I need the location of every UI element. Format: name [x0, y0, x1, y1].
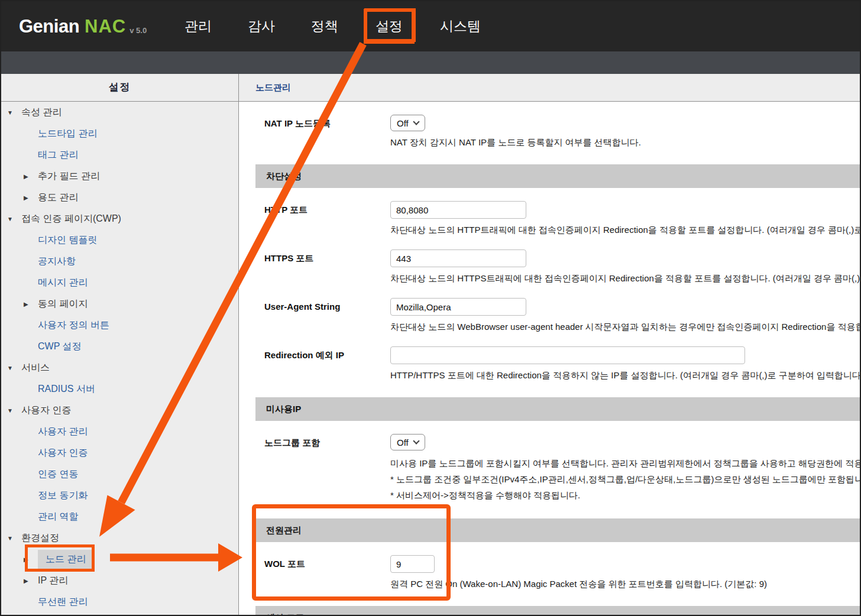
redirection-exception-ip-input[interactable]: [390, 346, 745, 364]
nat-ip-node-register-help-line: NAT 장치 감지시 NAT IP를 노드로 등록할지 여부를 선택합니다.: [390, 136, 860, 149]
nav-item-4[interactable]: 시스템: [429, 10, 491, 43]
http-port-help: 차단대상 노드의 HTTP트래픽에 대한 접속인증페이지 Redirection…: [390, 223, 860, 236]
sidebar-item: 사용자 정의 버튼: [1, 315, 238, 336]
sidebar-item-label[interactable]: 접속 인증 페이지(CWP): [21, 213, 121, 225]
sidebar-item-label[interactable]: 인증 연동: [38, 468, 78, 481]
sidebar-item-label[interactable]: 노드 관리: [38, 550, 93, 569]
sidebar-item: 무선랜 관리: [1, 591, 238, 612]
wol-port-input[interactable]: [390, 555, 435, 573]
tree-collapse-icon[interactable]: ▼: [7, 407, 21, 414]
tree-expand-icon[interactable]: ▶: [24, 578, 38, 584]
nat-ip-node-register-row: NAT IP 노드등록OffNAT 장치 감지시 NAT IP를 노드로 등록할…: [264, 115, 860, 149]
sidebar-item-label[interactable]: 사용자 인증: [21, 404, 71, 417]
sidebar-item: ▶추가 필드 관리: [1, 166, 238, 187]
user-agent-string-label: User-Agent String: [264, 298, 390, 333]
redirection-exception-ip-row: Redirection 예외 IPHTTP/HTTPS 포트에 대한 Redir…: [264, 346, 860, 382]
node-group-include-help-line: * 서비스제어->정책적용을 수행해야 적용됩니다.: [390, 487, 860, 503]
sidebar-item-label[interactable]: 관리 역할: [38, 511, 78, 523]
https-port-row: HTTPS 포트차단대상 노드의 HTTPS트래픽에 대한 접속인증페이지 Re…: [264, 249, 860, 285]
sidebar-item-label[interactable]: 사용자 인증: [38, 447, 88, 459]
tree-expand-icon[interactable]: ▶: [24, 301, 38, 307]
http-port-label: HTTP 포트: [264, 201, 390, 236]
tree-expand-icon[interactable]: ▶: [24, 173, 38, 180]
redirection-exception-ip-help-line: HTTP/HTTPS 포트에 대한 Redirection을 적용하지 않는 I…: [390, 369, 860, 382]
node-group-include-help-line: 미사용 IP를 노드그룹에 포함시킬지 여부를 선택합니다. 관리자 관리범위제…: [390, 455, 860, 471]
tree-collapse-icon[interactable]: ▼: [7, 365, 21, 371]
user-agent-string-input[interactable]: [390, 298, 526, 316]
tree-collapse-icon[interactable]: ▼: [7, 535, 21, 542]
nat-ip-node-register-control-area: OffNAT 장치 감지시 NAT IP를 노드로 등록할지 여부를 선택합니다…: [390, 115, 860, 149]
sidebar-item-label[interactable]: 동의 페이지: [38, 298, 88, 310]
sidebar-item: 인증 연동: [1, 463, 238, 485]
http-port-input[interactable]: [390, 201, 526, 219]
nav-item-0[interactable]: 관리: [174, 10, 222, 43]
tree-collapse-icon[interactable]: ▼: [7, 109, 21, 116]
sidebar-item-label[interactable]: 메시지 관리: [38, 277, 88, 289]
logo-genian: Genian: [19, 16, 79, 37]
http-port-control-area: 차단대상 노드의 HTTP트래픽에 대한 접속인증페이지 Redirection…: [390, 201, 860, 236]
sidebar-item-label[interactable]: IP 관리: [38, 575, 68, 587]
sidebar-item-label[interactable]: 환경설정: [21, 532, 59, 544]
nat-ip-node-register-select-value: Off: [397, 118, 409, 128]
sidebar-item-label[interactable]: 사용자 관리: [38, 426, 88, 438]
main-layout: 설정 ▼속성 관리노드타입 관리태그 관리▶추가 필드 관리▶용도 관리▼접속 …: [1, 74, 860, 616]
sidebar-item-label[interactable]: 사용자 정의 버튼: [38, 319, 109, 332]
block-settings-section: 차단설정: [255, 164, 860, 188]
sidebar-item-label[interactable]: CWP 설정: [38, 341, 81, 353]
nat-ip-node-register-select[interactable]: Off: [390, 115, 425, 131]
sidebar-item: ▼환경설정: [1, 527, 238, 549]
sidebar-item: 공지사항: [1, 251, 238, 272]
sidebar-item-label[interactable]: 속성 관리: [21, 106, 62, 119]
sidebar-item: 메시지 관리: [1, 272, 238, 293]
nat-ip-node-register-label: NAT IP 노드등록: [264, 115, 390, 149]
sidebar-item: ▶노드 관리: [1, 549, 238, 570]
sidebar-item: ▼사용자 인증: [1, 400, 238, 421]
logo-nac: NAC: [85, 16, 126, 37]
sidebar-item-label[interactable]: 서비스: [21, 362, 50, 374]
tree-collapse-icon[interactable]: ▼: [7, 216, 21, 222]
node-group-include-select[interactable]: Off: [390, 434, 425, 450]
nav-item-3[interactable]: 설정: [364, 9, 415, 44]
nav-item-2[interactable]: 정책: [300, 10, 349, 43]
user-agent-string-control-area: 차단대상 노드의 WebBrowser user-agent header 시작…: [390, 298, 860, 333]
tree-expand-icon[interactable]: ▶: [24, 194, 38, 201]
nav-menu: 관리감사정책설정시스템: [174, 1, 491, 51]
sidebar-item: CWP 설정: [1, 336, 238, 357]
node-group-include-row: 노드그룹 포함Off미사용 IP를 노드그룹에 포함시킬지 여부를 선택합니다.…: [264, 434, 860, 503]
sidebar-item: RADIUS 서버: [1, 378, 238, 400]
sidebar-item-label[interactable]: 노드타입 관리: [38, 128, 97, 140]
settings-form: NAT IP 노드등록OffNAT 장치 감지시 NAT IP를 노드로 등록할…: [239, 115, 860, 616]
sidebar-item: ▼속성 관리: [1, 102, 238, 123]
wol-port-control-area: 원격 PC 전원 On (Wake-on-LAN) Magic Packet 전…: [390, 555, 860, 591]
https-port-input[interactable]: [390, 249, 526, 267]
http-port-help-line: 차단대상 노드의 HTTP트래픽에 대한 접속인증페이지 Redirection…: [390, 223, 860, 236]
sidebar-item-label[interactable]: 디자인 템플릿: [38, 234, 97, 247]
sidebar-item-label[interactable]: 공지사항: [38, 255, 76, 268]
sidebar-item-label[interactable]: 추가 필드 관리: [38, 170, 100, 183]
sidebar-title: 설정: [1, 74, 238, 102]
user-agent-string-help: 차단대상 노드의 WebBrowser user-agent header 시작…: [390, 320, 860, 333]
sidebar-item-label[interactable]: 정보 동기화: [38, 489, 88, 502]
https-port-help-line: 차단대상 노드의 HTTPS트래픽에 대한 접속인증페이지 Redirectio…: [390, 272, 860, 285]
redirection-exception-ip-help: HTTP/HTTPS 포트에 대한 Redirection을 적용하지 않는 I…: [390, 369, 860, 382]
node-group-include-help: 미사용 IP를 노드그룹에 포함시킬지 여부를 선택합니다. 관리자 관리범위제…: [390, 455, 860, 503]
sidebar-item: ▼서비스: [1, 357, 238, 378]
sidebar-item-label[interactable]: 무선랜 관리: [38, 596, 88, 608]
node-group-include-help-line: * 노드그룹 조건중 일부조건(IPv4주소,IP관리,센서,정책그룹,업/다운…: [390, 471, 860, 487]
sidebar-item-label[interactable]: 태그 관리: [38, 149, 78, 161]
top-nav-bar: Genian NAC v 5.0 관리감사정책설정시스템: [1, 1, 860, 51]
sidebar-item-label[interactable]: 용도 관리: [38, 192, 78, 204]
wol-port-help: 원격 PC 전원 On (Wake-on-LAN) Magic Packet 전…: [390, 578, 860, 591]
sidebar-item: 태그 관리: [1, 144, 238, 166]
sidebar-item-label[interactable]: RADIUS 서버: [38, 383, 95, 395]
session-token-section: 세션 토큰: [255, 606, 860, 616]
user-agent-string-help-line: 차단대상 노드의 WebBrowser user-agent header 시작…: [390, 320, 860, 333]
https-port-label: HTTPS 포트: [264, 249, 390, 285]
node-group-include-control-area: Off미사용 IP를 노드그룹에 포함시킬지 여부를 선택합니다. 관리자 관리…: [390, 434, 860, 503]
tree-expand-icon[interactable]: ▶: [24, 556, 38, 563]
sidebar-item: ▶용도 관리: [1, 187, 238, 208]
sub-toolbar-strip: [1, 51, 860, 74]
wol-port-row: WOL 포트원격 PC 전원 On (Wake-on-LAN) Magic Pa…: [264, 555, 860, 591]
nav-item-1[interactable]: 감사: [237, 10, 286, 43]
http-port-row: HTTP 포트차단대상 노드의 HTTP트래픽에 대한 접속인증페이지 Redi…: [264, 201, 860, 236]
